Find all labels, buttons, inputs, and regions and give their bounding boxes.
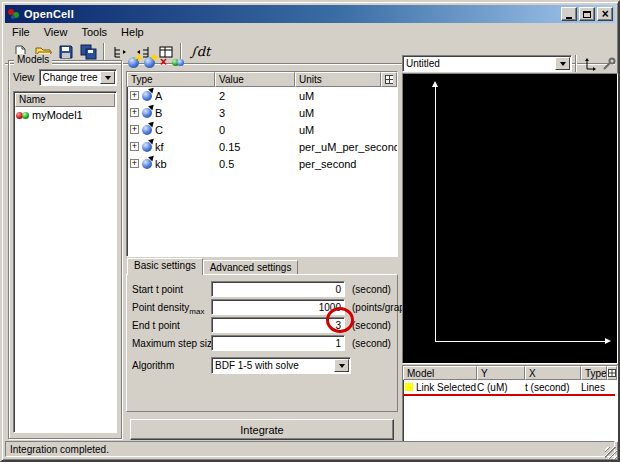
variable-value[interactable]: 3	[215, 107, 295, 119]
integrate-button[interactable]: Integrate	[130, 419, 394, 440]
column-picker-icon[interactable]	[607, 366, 617, 380]
max-step-size-label: Maximum step size	[132, 338, 218, 352]
expander-icon[interactable]	[130, 125, 139, 134]
variable-row: kf 0.15 per_uM_per_second	[127, 138, 397, 155]
start-t-point-input[interactable]: 0	[211, 281, 345, 297]
tab-basic-settings[interactable]: Basic settings	[127, 258, 203, 275]
variable-units[interactable]: per_second	[295, 158, 381, 170]
column-header-value[interactable]: Value	[215, 72, 295, 87]
status-bar: Integration completed.	[5, 441, 615, 457]
variable-name[interactable]: kb	[155, 158, 167, 170]
variable-value[interactable]: 0.5	[215, 158, 295, 170]
variable-name[interactable]: B	[155, 107, 162, 119]
model-icon	[22, 112, 29, 119]
expander-icon[interactable]	[130, 91, 139, 100]
integration-settings-panel: Start t point 0 (second) Point densityma…	[126, 274, 398, 412]
trace-table: Model Y X Type Link Selected C (uM) t (s…	[402, 365, 618, 442]
model-tree: Name myModel1	[13, 91, 117, 433]
variable-name[interactable]: A	[155, 90, 162, 102]
integration-view-icon[interactable]: ∫dt	[185, 41, 215, 63]
menu-view[interactable]: View	[37, 25, 75, 39]
column-header-model[interactable]: Model	[403, 366, 477, 380]
axes-icon[interactable]	[580, 56, 599, 72]
variable-icon	[142, 108, 152, 118]
algorithm-selected-value: BDF 1-5 with solve	[215, 360, 299, 371]
end-t-point-unit: (second)	[352, 320, 391, 331]
resize-grip[interactable]	[605, 447, 617, 459]
models-panel: Models View Change tree Name myModel1	[8, 60, 122, 439]
trace-x-variable: t (second)	[525, 382, 581, 393]
menubar: File View Tools Help	[5, 24, 615, 40]
variable-value[interactable]: 0	[215, 124, 295, 136]
window-title: OpenCell	[24, 8, 559, 20]
view-label: View	[13, 72, 35, 83]
annotation-circle-end-t-point	[326, 307, 354, 333]
close-button[interactable]	[597, 7, 613, 21]
column-header-x[interactable]: X	[525, 366, 581, 380]
maximize-button[interactable]	[579, 7, 595, 21]
titlebar[interactable]: OpenCell	[5, 5, 615, 23]
menu-tools[interactable]: Tools	[74, 25, 114, 39]
end-t-point-input[interactable]: 3	[211, 317, 345, 333]
max-step-size-input[interactable]: 1	[211, 335, 345, 351]
status-text: Integration completed.	[10, 444, 109, 455]
variable-icon	[142, 91, 152, 101]
trace-model: Link Selected	[416, 382, 476, 393]
settings-tabs: Basic settings Advanced settings	[127, 258, 298, 275]
graph-canvas[interactable]	[402, 73, 618, 364]
delete-variable-icon[interactable]: ×	[160, 57, 167, 68]
variable-name[interactable]: kf	[155, 141, 164, 153]
algorithm-label: Algorithm	[132, 360, 174, 371]
trace-table-header: Model Y X Type	[403, 366, 617, 380]
variable-name[interactable]: C	[155, 124, 163, 136]
algorithm-select[interactable]: BDF 1-5 with solve	[211, 357, 351, 374]
variable-value[interactable]: 0.15	[215, 141, 295, 153]
tree-view-selected-value: Change tree	[43, 72, 98, 83]
tree-name-column-header[interactable]: Name	[15, 93, 115, 107]
trace-select[interactable]: Untitled	[402, 55, 572, 72]
graph-toolbar: Untitled	[402, 55, 618, 72]
variable-units[interactable]: uM	[295, 107, 381, 119]
dropdown-arrow-icon[interactable]	[555, 57, 570, 70]
column-header-type[interactable]: Type	[581, 366, 607, 380]
expander-icon[interactable]	[130, 142, 139, 151]
variable-icon	[142, 125, 152, 135]
expander-icon[interactable]	[130, 108, 139, 117]
annotation-underline-trace-row	[403, 394, 615, 396]
menu-file[interactable]: File	[5, 25, 37, 39]
variable-row: C 0 uM	[127, 121, 397, 138]
column-header-y[interactable]: Y	[477, 366, 525, 380]
column-header-type[interactable]: Type	[127, 72, 215, 87]
opencell-window: OpenCell File View Tools Help	[0, 0, 620, 462]
add-variable-icon[interactable]	[128, 57, 139, 68]
dropdown-arrow-icon[interactable]	[100, 71, 115, 84]
point-density-input[interactable]: 1000	[211, 299, 345, 315]
dropdown-arrow-icon[interactable]	[334, 359, 349, 372]
point-density-label: Point densitymax	[132, 302, 204, 316]
models-panel-title: Models	[14, 54, 52, 65]
add-component-icon[interactable]	[144, 57, 155, 68]
trace-y-variable: C (uM)	[477, 382, 525, 393]
tab-advanced-settings[interactable]: Advanced settings	[203, 260, 299, 275]
variables-table: Type Value Units A 2 uM B 3 uM C 0 uM kf…	[126, 71, 398, 257]
variable-icon	[142, 159, 152, 169]
variable-units[interactable]: uM	[295, 124, 381, 136]
variable-icon	[142, 142, 152, 152]
minimize-button[interactable]	[561, 7, 577, 21]
expander-icon[interactable]	[130, 159, 139, 168]
properties-wrench-icon[interactable]	[599, 56, 618, 72]
variable-units[interactable]: uM	[295, 90, 381, 102]
variable-value[interactable]: 2	[215, 90, 295, 102]
column-header-units[interactable]: Units	[295, 72, 381, 87]
trace-color-swatch[interactable]	[405, 383, 413, 391]
menu-help[interactable]: Help	[114, 25, 151, 39]
end-t-point-label: End t point	[132, 320, 180, 334]
y-axis	[435, 87, 436, 342]
tree-item-mymodel1[interactable]: myModel1	[15, 107, 115, 123]
column-picker-icon[interactable]	[381, 72, 397, 87]
trace-row[interactable]: Link Selected C (uM) t (second) Lines	[403, 380, 617, 394]
start-t-point-label: Start t point	[132, 284, 183, 298]
tree-view-select[interactable]: Change tree	[39, 69, 118, 86]
variable-units[interactable]: per_uM_per_second	[295, 141, 381, 153]
connect-variables-icon[interactable]	[172, 59, 184, 66]
